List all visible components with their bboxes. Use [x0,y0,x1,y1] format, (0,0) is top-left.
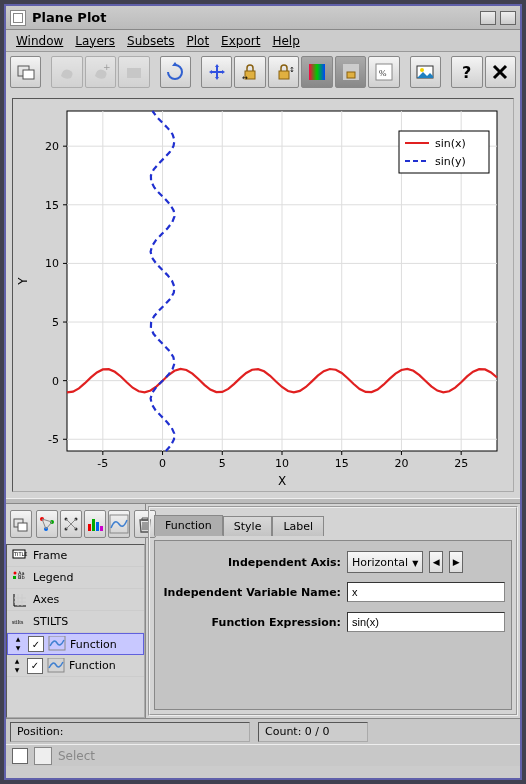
pan-button[interactable] [201,56,232,88]
svg-text:+: + [103,62,111,72]
dropdown-icon [412,556,418,569]
position-field: Position: [10,722,250,742]
add-function-layer-button[interactable] [108,510,130,538]
add-histogram-layer-button[interactable] [84,510,106,538]
menu-window[interactable]: Window [12,32,67,50]
svg-text:X: X [278,474,286,488]
func-icon [48,635,66,653]
window-title: Plane Plot [32,10,106,25]
svg-rect-8 [309,64,325,80]
export-image-button[interactable] [410,56,441,88]
svg-text:stilts: stilts [12,619,24,625]
aux-lock-button[interactable] [335,56,366,88]
axis-next-button[interactable]: ▶ [449,551,463,573]
menu-export[interactable]: Export [217,32,264,50]
blob-tool-1[interactable] [51,56,82,88]
count-field: Count: 0 / 0 [258,722,368,742]
tree-item-label: Function [69,659,116,672]
reorder-icon[interactable]: ▲▼ [11,657,23,675]
lock-y-button[interactable]: ↕ [268,56,299,88]
svg-text:Y: Y [16,277,30,286]
axis-prev-button[interactable]: ◀ [429,551,443,573]
tree-item-function-5[interactable]: ▲▼✓Function [7,655,144,677]
add-pos-layer-button[interactable] [10,510,32,538]
tree-item-label: Axes [33,593,59,606]
control-panel: TITLEFrameAaBbLegendAxesstiltsSTILTS▲▼✓F… [6,504,520,718]
svg-rect-6 [279,71,289,79]
blob-tool-2[interactable]: + [85,56,116,88]
tree-item-label: Function [70,638,117,651]
plot-container: -50510152025-505101520XYsin(x)sin(y) [6,92,520,498]
maximize-button[interactable] [500,11,516,25]
menu-plot[interactable]: Plot [182,32,213,50]
visibility-checkbox[interactable]: ✓ [28,636,44,652]
help-button[interactable]: ? [451,56,482,88]
svg-rect-74 [96,522,99,531]
independent-axis-combo[interactable]: Horizontal [347,551,423,573]
lock-x-button[interactable]: ↔ [234,56,265,88]
svg-text:-5: -5 [48,433,59,446]
layer-tree[interactable]: TITLEFrameAaBbLegendAxesstiltsSTILTS▲▼✓F… [6,544,145,718]
svg-text:10: 10 [45,257,59,270]
tab-body-function: Independent Axis: Horizontal ◀ ▶ Indepen… [154,540,512,710]
axes-icon [11,591,29,609]
layer-toolbar [6,504,145,544]
svg-text:sin(y): sin(y) [435,155,466,168]
config-tabs: Function Style Label [154,512,512,536]
main-toolbar: + ↔ ↕ % ? [6,52,520,92]
tree-item-function-4[interactable]: ▲▼✓Function [7,633,144,655]
svg-rect-64 [18,523,27,531]
svg-rect-73 [92,519,95,531]
tab-style[interactable]: Style [223,516,273,536]
replot-button[interactable] [160,56,191,88]
svg-rect-72 [88,524,91,531]
tree-item-label: Legend [33,571,73,584]
menu-help[interactable]: Help [268,32,303,50]
svg-text:Bb: Bb [18,574,25,580]
select-icon [34,747,52,765]
reorder-icon[interactable]: ▲▼ [12,635,24,653]
tab-function[interactable]: Function [154,515,223,536]
menu-layers[interactable]: Layers [71,32,119,50]
window-icon [10,10,26,26]
svg-text:?: ? [462,63,471,82]
layer-panel: TITLEFrameAaBbLegendAxesstiltsSTILTS▲▼✓F… [6,504,146,718]
tree-item-legend-1[interactable]: AaBbLegend [7,567,144,589]
legend-icon: AaBb [11,569,29,587]
tree-item-stilts-3[interactable]: stiltsSTILTS [7,611,144,633]
expression-input[interactable] [347,612,505,632]
svg-text:10: 10 [275,457,289,470]
svg-rect-10 [347,72,355,78]
svg-text:5: 5 [52,316,59,329]
stilts-icon: stilts [11,613,29,631]
sketch-button[interactable]: % [368,56,399,88]
menubar: Window Layers Subsets Plot Export Help [6,30,520,52]
svg-text:15: 15 [335,457,349,470]
menu-subsets[interactable]: Subsets [123,32,178,50]
tab-label[interactable]: Label [272,516,324,536]
independent-axis-label: Independent Axis: [161,556,341,569]
floating-controls-button[interactable] [10,56,41,88]
add-pair-layer-button[interactable] [36,510,58,538]
minimize-button[interactable] [480,11,496,25]
add-quad-layer-button[interactable] [60,510,82,538]
select-bar: Select [6,744,520,766]
layer-config-panel: Function Style Label Independent Axis: H… [148,506,518,716]
tree-item-frame-0[interactable]: TITLEFrame [7,545,144,567]
independent-axis-value: Horizontal [352,556,408,569]
select-checkbox[interactable] [12,748,28,764]
svg-text:↕: ↕ [289,66,294,74]
blob-tool-3[interactable] [118,56,149,88]
var-name-input[interactable] [347,582,505,602]
plot-panel[interactable]: -50510152025-505101520XYsin(x)sin(y) [12,98,514,492]
title-icon: TITLE [11,547,29,565]
visibility-checkbox[interactable]: ✓ [27,658,43,674]
svg-text:15: 15 [45,199,59,212]
svg-point-79 [14,571,17,574]
close-button[interactable] [485,56,516,88]
tree-item-label: Frame [33,549,67,562]
aux-color-button[interactable] [301,56,332,88]
var-name-label: Independent Variable Name: [161,586,341,599]
svg-text:-5: -5 [97,457,108,470]
tree-item-axes-2[interactable]: Axes [7,589,144,611]
